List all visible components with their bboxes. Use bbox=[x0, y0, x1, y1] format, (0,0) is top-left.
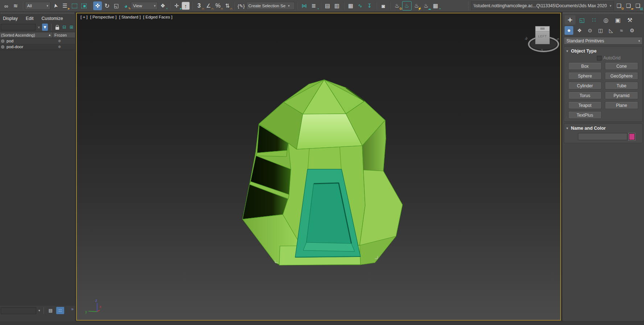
object-name[interactable]: pod-door bbox=[7, 45, 52, 49]
select-and-place-icon[interactable]: ◕✎ bbox=[121, 1, 130, 10]
table-row[interactable]: pod-door ❄ bbox=[0, 44, 75, 50]
clear-search-icon[interactable]: × bbox=[37, 25, 41, 30]
asset-library-icon[interactable]: ▦▪ bbox=[431, 1, 440, 10]
teapot-button[interactable]: Teapot bbox=[568, 101, 602, 109]
tab-utilities[interactable]: ⚒ bbox=[624, 15, 635, 25]
use-pivot-point-icon[interactable]: ❖+ bbox=[158, 1, 167, 10]
perspective-viewport[interactable]: y z x [ + ] [ Perspective ] [ Standard ]… bbox=[76, 13, 561, 321]
category-geometry-icon[interactable]: ● bbox=[565, 26, 573, 35]
object-color-swatch[interactable] bbox=[629, 133, 635, 140]
viewport-standard-menu[interactable]: [ Standard ] bbox=[119, 15, 140, 19]
plane-button[interactable]: Plane bbox=[605, 101, 638, 109]
menu-customize[interactable]: Customize bbox=[42, 16, 63, 21]
window-crossing-icon[interactable] bbox=[79, 1, 88, 10]
select-and-move-icon[interactable]: ✜ bbox=[93, 1, 102, 10]
menu-display[interactable]: Display bbox=[3, 16, 18, 21]
autogrid-checkbox[interactable] bbox=[597, 56, 602, 61]
tab-create[interactable]: + bbox=[565, 15, 575, 25]
explorer-preset-dropdown[interactable] bbox=[1, 307, 36, 314]
chevron-down-icon[interactable]: ▾ bbox=[38, 309, 40, 312]
cylinder-button[interactable]: Cylinder bbox=[568, 82, 602, 89]
display-hierarchy-icon[interactable]: ∷ bbox=[56, 307, 64, 314]
viewcube-cube[interactable]: LEFT bbox=[535, 26, 550, 44]
viewport-shading-menu[interactable]: [ Edged Faces ] bbox=[143, 15, 173, 19]
curve-editor-icon[interactable]: ∿ bbox=[356, 1, 364, 10]
object-dot-icon[interactable] bbox=[1, 45, 4, 49]
explorer-column-header[interactable]: (Sorted Ascending) ▲ Frozen bbox=[0, 32, 75, 38]
tab-hierarchy[interactable]: ∷ bbox=[589, 15, 599, 25]
select-and-scale-icon[interactable]: ◱ bbox=[112, 1, 121, 10]
category-lights-icon[interactable]: ⊙ bbox=[586, 26, 594, 35]
sphere-button[interactable]: Sphere bbox=[568, 72, 602, 80]
project-settings-icon[interactable]: ❏⚙ bbox=[615, 1, 623, 10]
schematic-view-icon[interactable]: ↧ bbox=[365, 1, 374, 10]
select-by-name-icon[interactable]: ☰➤ bbox=[61, 1, 69, 10]
project-path-dropdown[interactable]: \\student.nottinghamcollege.ac...Q\11334… bbox=[471, 1, 614, 10]
viewport-general-menu[interactable]: [ + ] bbox=[80, 15, 88, 19]
pyramid-button[interactable]: Pyramid bbox=[605, 92, 638, 99]
overflow-chevron[interactable]: » bbox=[71, 307, 74, 312]
geosphere-button[interactable]: GeoSphere bbox=[605, 72, 638, 80]
category-systems-icon[interactable]: ⚙ bbox=[628, 26, 636, 35]
render-in-cloud-icon[interactable]: ♨☁ bbox=[422, 1, 430, 10]
toggle-scene-explorer-icon[interactable]: ▤ bbox=[323, 1, 332, 10]
frozen-toggle-icon[interactable]: ❄ bbox=[52, 45, 67, 49]
object-name-field[interactable] bbox=[578, 133, 627, 140]
keyboard-override-icon[interactable]: ↑ bbox=[182, 2, 190, 10]
frozen-toggle-icon[interactable]: ❄ bbox=[52, 39, 67, 43]
collapse-tree-icon[interactable]: ⊞ bbox=[69, 24, 74, 31]
viewcube-face-label[interactable]: LEFT bbox=[536, 34, 549, 38]
box-button[interactable]: Box bbox=[568, 62, 602, 70]
unlink-selection-icon[interactable]: ≋ bbox=[11, 1, 20, 10]
selection-filter-dropdown[interactable]: All ▾ bbox=[25, 2, 50, 10]
column-frozen-label[interactable]: Frozen bbox=[53, 33, 67, 37]
angle-snap-icon[interactable]: ∠∩ bbox=[204, 1, 213, 10]
object-dot-icon[interactable] bbox=[1, 39, 4, 43]
category-helpers-icon[interactable]: ◺ bbox=[607, 26, 615, 35]
select-object-icon[interactable]: ➤ bbox=[50, 0, 61, 11]
mirror-icon[interactable]: ⋈ bbox=[300, 1, 309, 10]
project-structure-icon[interactable]: ❏▤ bbox=[633, 1, 642, 10]
select-and-rotate-icon[interactable]: ↻ bbox=[103, 1, 111, 10]
torus-button[interactable]: Torus bbox=[568, 92, 602, 99]
edit-named-selection-sets-icon[interactable]: {✎} bbox=[237, 1, 245, 10]
object-type-rollout-header[interactable]: ▾ Object Type bbox=[564, 47, 642, 55]
name-and-color-rollout-header[interactable]: ▾ Name and Color bbox=[564, 124, 642, 132]
select-and-manipulate-icon[interactable]: ✛● bbox=[172, 1, 181, 10]
render-production-icon[interactable]: ♨⚡ bbox=[412, 1, 421, 10]
render-setup-icon[interactable]: ♨⚙ bbox=[393, 1, 401, 10]
tube-button[interactable]: Tube bbox=[605, 82, 638, 89]
align-icon[interactable]: ≣▪ bbox=[309, 1, 318, 10]
select-by-name-filter-icon[interactable]: ▼ bbox=[42, 24, 48, 31]
table-row[interactable]: pod ❄ bbox=[0, 38, 75, 44]
lock-icon[interactable] bbox=[54, 24, 60, 31]
spinner-snap-icon[interactable]: ⇅∩ bbox=[223, 1, 232, 10]
category-cameras-icon[interactable]: ◫ bbox=[596, 26, 605, 35]
expand-tree-icon[interactable]: ⊟ bbox=[62, 24, 67, 31]
rectangular-selection-region-icon[interactable] bbox=[70, 1, 79, 10]
menu-edit[interactable]: Edit bbox=[26, 16, 34, 21]
viewport-pov-menu[interactable]: [ Perspective ] bbox=[90, 15, 117, 19]
object-name[interactable]: pod bbox=[7, 39, 52, 43]
tab-display[interactable]: ▣ bbox=[612, 15, 623, 25]
column-name-label[interactable]: (Sorted Ascending) bbox=[1, 33, 35, 37]
category-spacewarps-icon[interactable]: ≈ bbox=[617, 26, 626, 35]
display-layers-icon[interactable]: ▤ bbox=[47, 307, 55, 314]
compass-east-label[interactable]: E bbox=[556, 38, 560, 41]
category-shapes-icon[interactable]: ❖ bbox=[575, 26, 584, 35]
tab-modify[interactable]: ◱ bbox=[577, 15, 587, 25]
search-input[interactable] bbox=[1, 24, 36, 30]
snap-toggle-3d-icon[interactable]: 3∩ bbox=[195, 1, 203, 10]
cone-button[interactable]: Cone bbox=[605, 62, 638, 70]
textplus-button[interactable]: TextPlus bbox=[568, 111, 602, 119]
viewcube[interactable]: LEFT W S E bbox=[526, 25, 561, 52]
named-selection-set-dropdown[interactable]: Create Selection Se ▾ bbox=[246, 2, 295, 10]
toggle-ribbon-icon[interactable]: ▦ bbox=[346, 1, 355, 10]
percent-snap-icon[interactable]: %∩ bbox=[214, 1, 222, 10]
select-and-link-icon[interactable]: ∞ bbox=[2, 1, 11, 10]
reference-coordinate-dropdown[interactable]: View ▾ bbox=[131, 2, 158, 10]
viewcube-top-face[interactable] bbox=[536, 26, 549, 32]
primitive-category-dropdown[interactable]: Standard Primitives ▾ bbox=[564, 37, 643, 45]
material-editor-icon[interactable]: ◙ bbox=[379, 1, 388, 10]
rendered-frame-window-icon[interactable]: ♨ bbox=[402, 1, 412, 11]
